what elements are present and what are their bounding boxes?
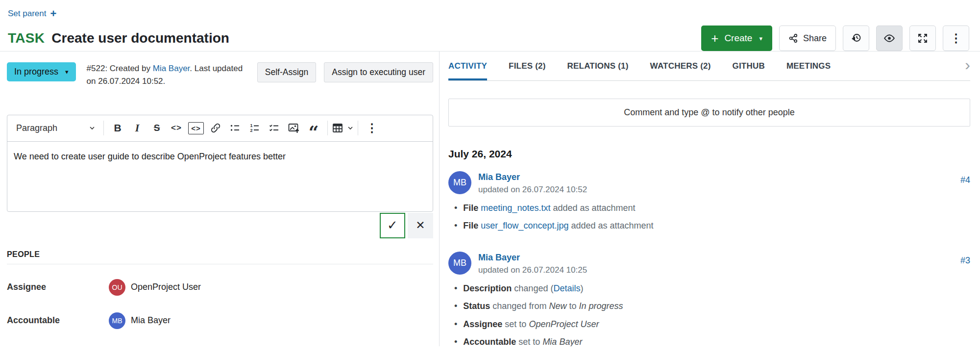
change-text: Description — [463, 283, 512, 293]
activity-change-item: •Description changed (Details) — [454, 283, 970, 294]
avatar: OU — [109, 279, 125, 296]
create-button[interactable]: + Create ▾ — [701, 26, 772, 51]
tab-meetings[interactable]: MEETINGS — [786, 51, 831, 80]
activity-change-list: •File meeting_notes.txt added as attachm… — [454, 203, 970, 232]
bullet-icon: • — [454, 301, 457, 312]
check-icon: ✓ — [387, 218, 398, 233]
bold-icon: B — [114, 122, 121, 134]
strikethrough-icon: S — [154, 123, 160, 133]
activity-ref-link[interactable]: #4 — [960, 171, 970, 185]
todo-list-button[interactable] — [265, 118, 284, 138]
tab-files-2[interactable]: FILES (2) — [509, 51, 545, 80]
change-text: Accountable — [463, 337, 516, 346]
toolbar-more-button[interactable]: ⋮ — [362, 118, 382, 138]
toolbar-separator — [358, 121, 358, 135]
status-label: In progress — [14, 67, 58, 77]
activity-entry-meta: Mia Bayer updated on 26.07.2024 10:52 — [478, 171, 587, 195]
baseline-history-button[interactable] — [843, 26, 869, 51]
activity-change-item: •Assignee set to OpenProject User — [454, 319, 970, 330]
comment-input[interactable]: Comment and type @ to notify other peopl… — [448, 99, 970, 127]
description-text-area[interactable]: We need to create user guide to describe… — [7, 142, 433, 211]
more-actions-button[interactable]: ⋮ — [943, 26, 969, 51]
user-chip[interactable]: OU OpenProject User — [109, 279, 201, 296]
change-text: OpenProject User — [529, 319, 599, 329]
set-parent-button[interactable]: Set parent + — [8, 9, 56, 19]
activity-change-list: •Description changed (Details)•Status ch… — [454, 283, 970, 346]
bullet-icon: • — [454, 319, 457, 330]
italic-button[interactable]: I — [127, 118, 147, 138]
tab-label: ACTIVITY — [448, 61, 487, 71]
insert-link-button[interactable] — [206, 118, 225, 138]
inline-link[interactable]: user_flow_concept.jpg — [481, 221, 568, 230]
watch-button[interactable] — [876, 26, 903, 51]
main-split: In progress ▾ #522: Created by Mia Bayer… — [0, 51, 980, 346]
code-block-button[interactable]: <> — [186, 118, 206, 138]
share-button-label: Share — [803, 33, 827, 44]
activity-change-item: •Accountable set to Mia Bayer — [454, 336, 970, 346]
plus-icon: + — [711, 33, 718, 43]
user-name: Mia Bayer — [131, 315, 171, 326]
link-icon — [210, 122, 221, 134]
paragraph-style-dropdown[interactable]: Paragraph — [12, 121, 99, 135]
activity-ref-link[interactable]: #3 — [960, 252, 970, 266]
change-text: New — [549, 301, 566, 311]
fullscreen-expand-icon — [917, 33, 928, 44]
share-button[interactable]: Share — [779, 26, 836, 51]
meta-prefix: #522: Created by — [87, 64, 153, 73]
people-section-heading: PEOPLE — [7, 250, 433, 259]
insert-table-button[interactable] — [332, 118, 354, 138]
status-dropdown[interactable]: In progress ▾ — [7, 62, 76, 81]
tab-label: MEETINGS — [786, 61, 831, 71]
history-clock-icon — [850, 32, 862, 44]
tab-activity[interactable]: ACTIVITY — [448, 51, 487, 80]
tab-label: FILES (2) — [509, 61, 545, 71]
activity-entry-header: MB Mia Bayer updated on 26.07.2024 10:25… — [448, 252, 970, 275]
tab-github[interactable]: GITHUB — [733, 51, 765, 80]
cancel-description-button[interactable]: ✕ — [408, 213, 433, 238]
tab-label: WATCHERS (2) — [650, 61, 711, 71]
strikethrough-button[interactable]: S — [147, 118, 167, 138]
activity-date-heading: July 26, 2024 — [448, 148, 970, 160]
bulleted-list-button[interactable] — [225, 118, 245, 138]
bold-button[interactable]: B — [108, 118, 127, 138]
change-text: Status — [463, 301, 490, 311]
activity-entry: MB Mia Bayer updated on 26.07.2024 10:52… — [448, 171, 970, 232]
inline-code-button[interactable]: <> — [167, 118, 186, 138]
chevron-down-icon — [89, 125, 96, 131]
activity-author-link[interactable]: Mia Bayer — [478, 172, 520, 182]
kebab-menu-icon: ⋮ — [366, 122, 378, 134]
save-description-button[interactable]: ✓ — [380, 213, 405, 238]
svg-text:2: 2 — [250, 128, 252, 133]
status-row: In progress ▾ #522: Created by Mia Bayer… — [7, 62, 433, 88]
tab-watchers-2[interactable]: WATCHERS (2) — [650, 51, 711, 80]
activity-author-link[interactable]: Mia Bayer — [478, 253, 520, 262]
self-assign-button[interactable]: Self-Assign — [257, 62, 317, 82]
numbered-list-button[interactable]: 1 2 — [245, 118, 265, 138]
tab-relations-1[interactable]: RELATIONS (1) — [567, 51, 629, 80]
assign-to-executing-user-button[interactable]: Assign to executing user — [324, 62, 433, 82]
work-package-header: Set parent + TASK Create user documentat… — [0, 0, 980, 51]
work-package-type-label[interactable]: TASK — [8, 30, 45, 46]
activity-change-item: •File user_flow_concept.jpg added as att… — [454, 220, 970, 231]
svg-text:1: 1 — [250, 123, 252, 128]
tab-overflow-chevron-icon[interactable]: › — [965, 57, 970, 76]
section-divider — [7, 264, 433, 264]
chevron-down-icon — [347, 125, 354, 131]
activity-entry: MB Mia Bayer updated on 26.07.2024 10:25… — [448, 252, 970, 346]
change-text: changed from — [490, 301, 549, 311]
code-block-icon: <> — [188, 122, 204, 134]
fullscreen-button[interactable] — [909, 26, 936, 51]
numbered-list-icon: 1 2 — [249, 122, 261, 134]
bulleted-list-icon — [229, 122, 241, 134]
page-title[interactable]: Create user documentation — [51, 30, 229, 46]
author-link[interactable]: Mia Bayer — [153, 64, 190, 73]
block-quote-button[interactable]: “ — [304, 118, 323, 138]
user-chip[interactable]: MB Mia Bayer — [109, 312, 171, 329]
activity-entries: MB Mia Bayer updated on 26.07.2024 10:52… — [448, 171, 970, 346]
toolbar-separator — [103, 121, 104, 135]
insert-image-button[interactable] — [284, 118, 304, 138]
share-icon — [788, 33, 798, 43]
inline-link[interactable]: Details — [553, 283, 580, 293]
inline-link[interactable]: meeting_notes.txt — [481, 203, 550, 213]
avatar: MB — [448, 171, 471, 194]
